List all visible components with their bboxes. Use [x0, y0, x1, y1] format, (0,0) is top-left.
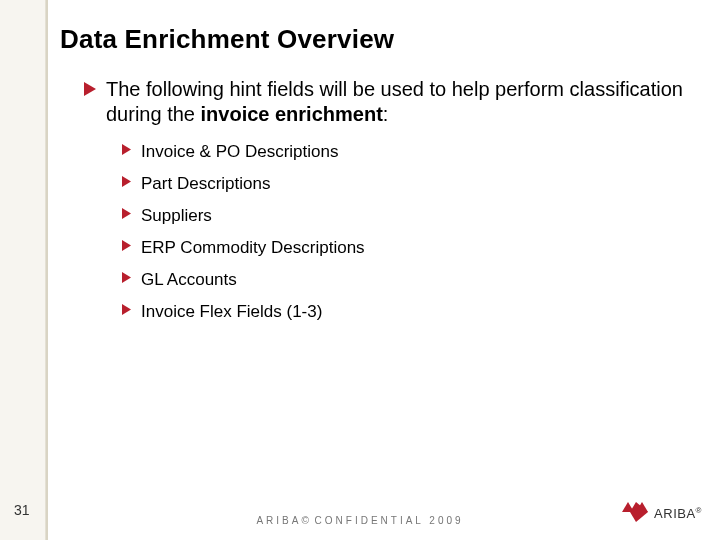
- sub-item: GL Accounts: [122, 269, 700, 291]
- triangle-bullet-icon: [84, 82, 96, 96]
- triangle-bullet-icon: [122, 272, 131, 283]
- svg-marker-5: [122, 272, 131, 283]
- sub-item-text: Part Descriptions: [141, 173, 270, 195]
- brand-logo: ARIBA®: [622, 502, 702, 526]
- sub-list: Invoice & PO Descriptions Part Descripti…: [122, 141, 700, 324]
- logo-text: ARIBA®: [654, 506, 702, 521]
- svg-marker-6: [122, 304, 131, 315]
- content-area: Data Enrichment Overview The following h…: [60, 24, 700, 334]
- triangle-bullet-icon: [122, 176, 131, 187]
- triangle-bullet-icon: [122, 304, 131, 315]
- triangle-bullet-icon: [122, 208, 131, 219]
- sub-item-text: Suppliers: [141, 205, 212, 227]
- sub-item: Suppliers: [122, 205, 700, 227]
- svg-marker-1: [122, 144, 131, 155]
- slide: Data Enrichment Overview The following h…: [0, 0, 720, 540]
- sidebar-strip: [0, 0, 46, 540]
- sub-item-text: GL Accounts: [141, 269, 237, 291]
- triangle-bullet-icon: [122, 240, 131, 251]
- sub-item: Invoice & PO Descriptions: [122, 141, 700, 163]
- svg-marker-0: [84, 82, 96, 96]
- slide-title: Data Enrichment Overview: [60, 24, 700, 55]
- sub-item-text: ERP Commodity Descriptions: [141, 237, 365, 259]
- svg-marker-2: [122, 176, 131, 187]
- sub-item: Invoice Flex Fields (1-3): [122, 301, 700, 323]
- svg-marker-3: [122, 208, 131, 219]
- lead-bullet: The following hint fields will be used t…: [84, 77, 700, 127]
- logo-mark-icon: [622, 502, 648, 526]
- lead-text: The following hint fields will be used t…: [106, 77, 700, 127]
- triangle-bullet-icon: [122, 144, 131, 155]
- footer-text: ARIBA© CONFIDENTIAL 2009: [0, 515, 720, 526]
- sub-item-text: Invoice & PO Descriptions: [141, 141, 338, 163]
- svg-marker-4: [122, 240, 131, 251]
- sub-item-text: Invoice Flex Fields (1-3): [141, 301, 322, 323]
- sub-item: Part Descriptions: [122, 173, 700, 195]
- sub-item: ERP Commodity Descriptions: [122, 237, 700, 259]
